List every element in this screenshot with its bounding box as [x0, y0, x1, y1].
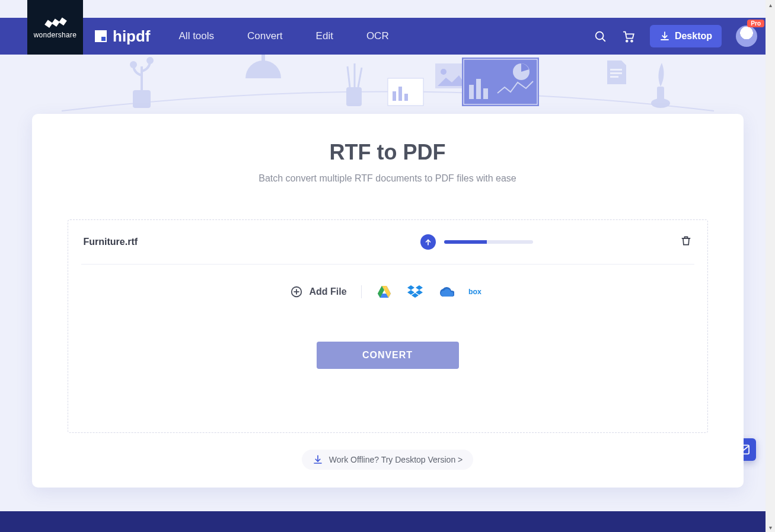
svg-line-11 [358, 68, 362, 87]
wondershare-badge[interactable]: ◆◆◆ wondershare [27, 0, 83, 55]
upload-arrow-icon [420, 234, 436, 250]
svg-rect-7 [261, 55, 265, 62]
dropbox-icon[interactable] [407, 283, 423, 300]
brand[interactable]: hipdf [95, 27, 151, 46]
svg-rect-4 [133, 90, 151, 108]
svg-rect-24 [610, 69, 622, 71]
svg-rect-14 [398, 87, 402, 101]
page-subtitle: Batch convert multiple RTF documents to … [68, 173, 708, 184]
svg-point-5 [130, 61, 137, 68]
svg-text:box: box [468, 288, 481, 296]
add-file-row: Add File box [81, 283, 694, 300]
progress-fill [444, 240, 487, 244]
svg-line-1 [602, 39, 605, 41]
svg-rect-13 [393, 91, 396, 101]
svg-rect-8 [346, 87, 362, 106]
add-file-label: Add File [309, 286, 346, 297]
svg-rect-21 [476, 79, 481, 99]
page-title: RTF to PDF [68, 140, 708, 165]
desktop-label: Desktop [675, 31, 712, 42]
svg-rect-25 [610, 72, 622, 74]
download-icon [312, 454, 323, 465]
brand-name: hipdf [113, 27, 151, 46]
footer-bar [0, 511, 775, 532]
top-strip [0, 0, 775, 18]
svg-point-2 [626, 40, 628, 42]
divider [361, 285, 362, 298]
svg-line-9 [347, 66, 350, 87]
google-drive-icon[interactable] [376, 283, 393, 300]
trash-icon [680, 235, 692, 247]
plus-circle-icon [290, 285, 303, 298]
hipdf-logo-icon [95, 30, 107, 42]
svg-point-17 [441, 69, 446, 75]
hero-illustration [32, 55, 744, 120]
box-icon[interactable]: box [468, 283, 485, 300]
add-file-button[interactable]: Add File [290, 285, 346, 298]
nav-edit[interactable]: Edit [316, 30, 333, 42]
user-avatar-icon[interactable] [736, 26, 757, 47]
dropzone[interactable]: Furniture.rtf Add File [68, 219, 708, 433]
svg-rect-26 [610, 76, 618, 78]
svg-marker-41 [407, 290, 414, 295]
svg-rect-28 [657, 87, 664, 102]
upload-progress [273, 234, 680, 250]
pro-badge: Pro [747, 20, 764, 27]
scroll-down-icon[interactable]: ▾ [766, 523, 775, 532]
download-icon [659, 31, 670, 42]
file-name: Furniture.rtf [84, 237, 273, 247]
cart-icon[interactable] [621, 29, 636, 43]
wondershare-icon: ◆◆◆ [43, 14, 66, 30]
search-icon[interactable] [593, 29, 607, 43]
scrollbar[interactable]: ▴ ▾ [766, 0, 775, 532]
main-card: RTF to PDF Batch convert multiple RTF do… [32, 114, 744, 488]
wondershare-label: wondershare [34, 31, 77, 39]
svg-marker-40 [416, 285, 423, 290]
main-header: ◆◆◆ wondershare hipdf All tools Convert … [0, 18, 775, 55]
svg-point-3 [631, 40, 633, 42]
svg-rect-22 [483, 88, 488, 99]
svg-marker-42 [416, 290, 423, 295]
avatar-wrap: Pro [736, 26, 757, 47]
svg-marker-43 [412, 293, 419, 298]
nav-convert[interactable]: Convert [247, 30, 283, 42]
convert-button[interactable]: CONVERT [317, 342, 459, 369]
offline-label: Work Offline? Try Desktop Version > [329, 455, 463, 464]
progress-bar [444, 240, 533, 244]
svg-marker-39 [407, 285, 414, 290]
desktop-button[interactable]: Desktop [650, 25, 722, 47]
scroll-up-icon[interactable]: ▴ [766, 0, 775, 9]
onedrive-icon[interactable] [438, 283, 454, 300]
nav-ocr[interactable]: OCR [366, 30, 389, 42]
offline-desktop-link[interactable]: Work Offline? Try Desktop Version > [302, 450, 474, 470]
nav-all-tools[interactable]: All tools [179, 30, 215, 42]
svg-point-6 [146, 57, 154, 64]
svg-rect-20 [469, 85, 474, 99]
header-right: Desktop Pro [593, 25, 775, 47]
file-row: Furniture.rtf [81, 220, 694, 265]
delete-file-button[interactable] [680, 235, 692, 249]
svg-rect-15 [404, 94, 408, 101]
primary-nav: All tools Convert Edit OCR [179, 30, 389, 42]
